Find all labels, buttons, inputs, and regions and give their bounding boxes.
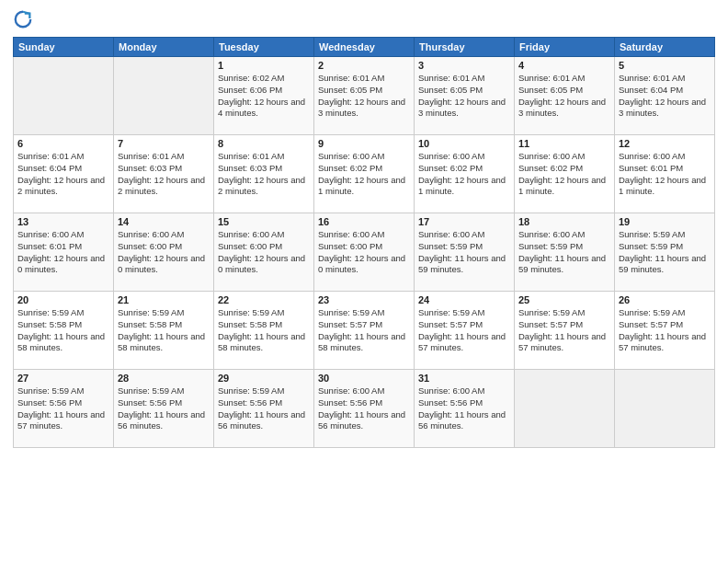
day-info: Sunrise: 6:00 AM Sunset: 6:00 PM Dayligh… bbox=[218, 229, 310, 276]
day-cell: 1Sunrise: 6:02 AM Sunset: 6:06 PM Daylig… bbox=[214, 57, 314, 135]
day-cell: 5Sunrise: 6:01 AM Sunset: 6:04 PM Daylig… bbox=[615, 57, 715, 135]
day-number: 4 bbox=[518, 60, 610, 71]
day-number: 18 bbox=[518, 216, 610, 227]
day-cell: 22Sunrise: 5:59 AM Sunset: 5:58 PM Dayli… bbox=[214, 292, 314, 370]
logo-icon bbox=[13, 9, 33, 29]
day-cell: 10Sunrise: 6:00 AM Sunset: 6:02 PM Dayli… bbox=[415, 135, 515, 213]
day-number: 29 bbox=[218, 373, 310, 384]
day-info: Sunrise: 5:59 AM Sunset: 5:57 PM Dayligh… bbox=[418, 307, 510, 354]
day-number: 27 bbox=[17, 373, 109, 384]
calendar-table: SundayMondayTuesdayWednesdayThursdayFrid… bbox=[13, 37, 715, 448]
day-info: Sunrise: 6:00 AM Sunset: 6:00 PM Dayligh… bbox=[118, 229, 210, 276]
week-row-0: 1Sunrise: 6:02 AM Sunset: 6:06 PM Daylig… bbox=[14, 57, 715, 135]
logo bbox=[13, 9, 37, 29]
day-info: Sunrise: 5:59 AM Sunset: 5:57 PM Dayligh… bbox=[518, 307, 610, 354]
day-info: Sunrise: 6:01 AM Sunset: 6:05 PM Dayligh… bbox=[518, 73, 610, 120]
week-row-1: 6Sunrise: 6:01 AM Sunset: 6:04 PM Daylig… bbox=[14, 135, 715, 213]
day-cell: 15Sunrise: 6:00 AM Sunset: 6:00 PM Dayli… bbox=[214, 213, 314, 292]
day-number: 8 bbox=[218, 138, 310, 149]
header-day-tuesday: Tuesday bbox=[214, 38, 314, 57]
day-number: 26 bbox=[619, 294, 711, 305]
day-number: 6 bbox=[17, 138, 109, 149]
day-number: 22 bbox=[218, 294, 310, 305]
day-cell: 6Sunrise: 6:01 AM Sunset: 6:04 PM Daylig… bbox=[14, 135, 114, 213]
day-cell: 31Sunrise: 6:00 AM Sunset: 5:56 PM Dayli… bbox=[415, 370, 515, 448]
day-number: 16 bbox=[318, 216, 410, 227]
day-cell: 12Sunrise: 6:00 AM Sunset: 6:01 PM Dayli… bbox=[615, 135, 715, 213]
day-number: 7 bbox=[118, 138, 210, 149]
day-info: Sunrise: 6:01 AM Sunset: 6:04 PM Dayligh… bbox=[17, 151, 109, 198]
day-number: 19 bbox=[619, 216, 711, 227]
day-cell: 2Sunrise: 6:01 AM Sunset: 6:05 PM Daylig… bbox=[314, 57, 415, 135]
day-info: Sunrise: 5:59 AM Sunset: 5:56 PM Dayligh… bbox=[118, 385, 210, 432]
day-number: 13 bbox=[17, 216, 109, 227]
header-day-friday: Friday bbox=[515, 38, 615, 57]
day-number: 15 bbox=[218, 216, 310, 227]
day-cell: 9Sunrise: 6:00 AM Sunset: 6:02 PM Daylig… bbox=[314, 135, 415, 213]
day-cell: 13Sunrise: 6:00 AM Sunset: 6:01 PM Dayli… bbox=[14, 213, 114, 292]
day-cell: 18Sunrise: 6:00 AM Sunset: 5:59 PM Dayli… bbox=[515, 213, 615, 292]
day-number: 10 bbox=[418, 138, 510, 149]
day-cell: 21Sunrise: 5:59 AM Sunset: 5:58 PM Dayli… bbox=[114, 292, 214, 370]
day-info: Sunrise: 6:00 AM Sunset: 6:00 PM Dayligh… bbox=[318, 229, 410, 276]
day-number: 17 bbox=[418, 216, 510, 227]
week-row-4: 27Sunrise: 5:59 AM Sunset: 5:56 PM Dayli… bbox=[14, 370, 715, 448]
day-number: 24 bbox=[418, 294, 510, 305]
page: SundayMondayTuesdayWednesdayThursdayFrid… bbox=[0, 0, 728, 563]
week-row-2: 13Sunrise: 6:00 AM Sunset: 6:01 PM Dayli… bbox=[14, 213, 715, 292]
day-info: Sunrise: 5:59 AM Sunset: 5:58 PM Dayligh… bbox=[218, 307, 310, 354]
day-number: 20 bbox=[17, 294, 109, 305]
day-cell bbox=[114, 57, 214, 135]
day-number: 25 bbox=[518, 294, 610, 305]
day-info: Sunrise: 5:59 AM Sunset: 5:57 PM Dayligh… bbox=[619, 307, 711, 354]
day-cell: 14Sunrise: 6:00 AM Sunset: 6:00 PM Dayli… bbox=[114, 213, 214, 292]
day-cell: 4Sunrise: 6:01 AM Sunset: 6:05 PM Daylig… bbox=[515, 57, 615, 135]
day-number: 11 bbox=[518, 138, 610, 149]
day-cell: 8Sunrise: 6:01 AM Sunset: 6:03 PM Daylig… bbox=[214, 135, 314, 213]
day-info: Sunrise: 6:00 AM Sunset: 6:01 PM Dayligh… bbox=[17, 229, 109, 276]
day-cell bbox=[14, 57, 114, 135]
day-cell: 23Sunrise: 5:59 AM Sunset: 5:57 PM Dayli… bbox=[314, 292, 415, 370]
day-info: Sunrise: 6:01 AM Sunset: 6:05 PM Dayligh… bbox=[418, 73, 510, 120]
day-info: Sunrise: 6:02 AM Sunset: 6:06 PM Dayligh… bbox=[218, 73, 310, 120]
day-cell: 3Sunrise: 6:01 AM Sunset: 6:05 PM Daylig… bbox=[415, 57, 515, 135]
day-cell bbox=[615, 370, 715, 448]
day-number: 28 bbox=[118, 373, 210, 384]
header-day-sunday: Sunday bbox=[14, 38, 114, 57]
day-info: Sunrise: 5:59 AM Sunset: 5:56 PM Dayligh… bbox=[17, 385, 109, 432]
week-row-3: 20Sunrise: 5:59 AM Sunset: 5:58 PM Dayli… bbox=[14, 292, 715, 370]
day-number: 21 bbox=[118, 294, 210, 305]
day-cell: 26Sunrise: 5:59 AM Sunset: 5:57 PM Dayli… bbox=[615, 292, 715, 370]
day-number: 2 bbox=[318, 60, 410, 71]
day-cell bbox=[515, 370, 615, 448]
day-cell: 19Sunrise: 5:59 AM Sunset: 5:59 PM Dayli… bbox=[615, 213, 715, 292]
day-cell: 29Sunrise: 5:59 AM Sunset: 5:56 PM Dayli… bbox=[214, 370, 314, 448]
day-cell: 7Sunrise: 6:01 AM Sunset: 6:03 PM Daylig… bbox=[114, 135, 214, 213]
day-info: Sunrise: 6:01 AM Sunset: 6:05 PM Dayligh… bbox=[318, 73, 410, 120]
header-day-thursday: Thursday bbox=[415, 38, 515, 57]
day-number: 9 bbox=[318, 138, 410, 149]
day-info: Sunrise: 5:59 AM Sunset: 5:58 PM Dayligh… bbox=[17, 307, 109, 354]
day-info: Sunrise: 6:01 AM Sunset: 6:04 PM Dayligh… bbox=[619, 73, 711, 120]
day-info: Sunrise: 6:00 AM Sunset: 6:02 PM Dayligh… bbox=[318, 151, 410, 198]
day-number: 31 bbox=[418, 373, 510, 384]
day-cell: 16Sunrise: 6:00 AM Sunset: 6:00 PM Dayli… bbox=[314, 213, 415, 292]
day-info: Sunrise: 5:59 AM Sunset: 5:59 PM Dayligh… bbox=[619, 229, 711, 276]
day-cell: 30Sunrise: 6:00 AM Sunset: 5:56 PM Dayli… bbox=[314, 370, 415, 448]
day-info: Sunrise: 6:00 AM Sunset: 5:59 PM Dayligh… bbox=[418, 229, 510, 276]
day-info: Sunrise: 6:00 AM Sunset: 5:56 PM Dayligh… bbox=[418, 385, 510, 432]
day-info: Sunrise: 6:00 AM Sunset: 6:01 PM Dayligh… bbox=[619, 151, 711, 198]
day-cell: 25Sunrise: 5:59 AM Sunset: 5:57 PM Dayli… bbox=[515, 292, 615, 370]
day-number: 5 bbox=[619, 60, 711, 71]
day-cell: 24Sunrise: 5:59 AM Sunset: 5:57 PM Dayli… bbox=[415, 292, 515, 370]
header-row: SundayMondayTuesdayWednesdayThursdayFrid… bbox=[14, 38, 715, 57]
calendar-body: 1Sunrise: 6:02 AM Sunset: 6:06 PM Daylig… bbox=[14, 57, 715, 448]
day-info: Sunrise: 6:00 AM Sunset: 6:02 PM Dayligh… bbox=[518, 151, 610, 198]
day-cell: 28Sunrise: 5:59 AM Sunset: 5:56 PM Dayli… bbox=[114, 370, 214, 448]
header-day-monday: Monday bbox=[114, 38, 214, 57]
day-info: Sunrise: 5:59 AM Sunset: 5:57 PM Dayligh… bbox=[318, 307, 410, 354]
header bbox=[13, 9, 715, 29]
day-info: Sunrise: 6:01 AM Sunset: 6:03 PM Dayligh… bbox=[118, 151, 210, 198]
day-info: Sunrise: 6:00 AM Sunset: 5:56 PM Dayligh… bbox=[318, 385, 410, 432]
day-cell: 20Sunrise: 5:59 AM Sunset: 5:58 PM Dayli… bbox=[14, 292, 114, 370]
